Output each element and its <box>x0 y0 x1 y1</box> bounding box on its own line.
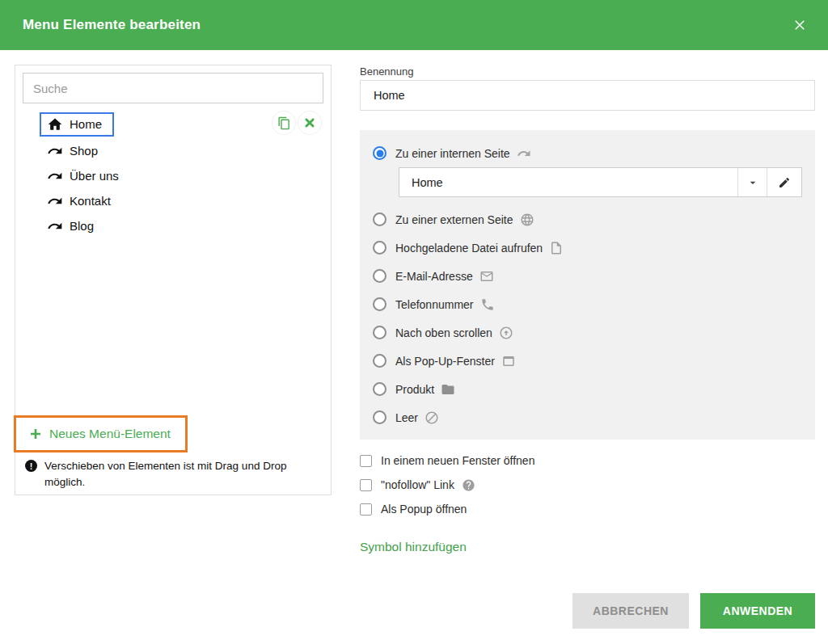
link-type-options: Zu einer internen Seite Home Zu einer ex… <box>360 130 815 440</box>
radio[interactable] <box>373 241 387 255</box>
element-settings: Benennung Zu einer internen Seite Home <box>360 0 815 644</box>
menu-item-ueber-uns[interactable]: Über uns <box>15 163 331 188</box>
option-label: Hochgeladene Datei aufrufen <box>395 242 543 255</box>
menu-item-blog[interactable]: Blog <box>15 213 331 238</box>
phone-icon <box>480 297 495 312</box>
menu-item-label: Über uns <box>70 169 119 183</box>
edit-pencil-icon[interactable] <box>767 168 801 196</box>
name-field-label: Benennung <box>360 65 414 78</box>
radio[interactable] <box>373 213 387 226</box>
menu-item-label: Blog <box>70 219 94 233</box>
menu-item-label: Shop <box>70 144 98 158</box>
name-input[interactable] <box>360 80 815 111</box>
menu-item-label: Kontakt <box>70 194 111 208</box>
option-popup-window[interactable]: Als Pop-Up-Fenster <box>373 347 802 375</box>
info-icon: ! <box>25 460 37 472</box>
radio[interactable] <box>373 382 387 396</box>
menu-item-list: Home Shop <box>15 111 331 238</box>
envelope-icon <box>479 269 494 284</box>
dropdown-value: Home <box>399 168 737 196</box>
checkbox-new-window[interactable]: In einem neuen Fenster öffnen <box>360 451 542 470</box>
option-label: Zu einer externen Seite <box>395 213 513 226</box>
radio[interactable] <box>373 269 387 283</box>
option-label: Telefonnummer <box>395 298 474 311</box>
folder-icon <box>441 382 455 397</box>
file-icon <box>549 241 564 255</box>
checkbox-label: In einem neuen Fenster öffnen <box>381 454 534 467</box>
checkbox-label: Als Popup öffnen <box>381 503 467 516</box>
arrow-up-circle-icon <box>499 326 513 340</box>
radio[interactable] <box>373 410 387 424</box>
delete-icon[interactable] <box>298 112 321 134</box>
selected-menu-item-box[interactable]: Home <box>40 112 114 137</box>
option-external-page[interactable]: Zu einer externen Seite <box>373 205 802 234</box>
radio[interactable] <box>373 297 387 311</box>
checkbox[interactable] <box>360 455 372 467</box>
redo-arrow-icon <box>47 218 63 234</box>
option-label: Produkt <box>395 383 434 396</box>
option-uploaded-file[interactable]: Hochgeladene Datei aufrufen <box>373 234 802 262</box>
option-scroll-top[interactable]: Nach oben scrollen <box>373 318 802 347</box>
option-product[interactable]: Produkt <box>373 375 802 403</box>
option-label: Als Pop-Up-Fenster <box>395 355 495 368</box>
option-empty[interactable]: Leer <box>373 403 802 431</box>
menu-item-label: Home <box>70 117 102 131</box>
option-label: E-Mail-Adresse <box>395 270 473 283</box>
checkbox-open-popup[interactable]: Als Popup öffnen <box>360 499 474 519</box>
window-icon <box>501 354 516 368</box>
checkbox-label: "nofollow" Link <box>381 478 454 491</box>
option-label: Nach oben scrollen <box>395 326 492 339</box>
menu-item-home[interactable]: Home <box>15 111 331 137</box>
new-menu-element-label: Neues Menü-Element <box>49 427 171 441</box>
home-icon <box>47 116 63 133</box>
radio-selected[interactable] <box>373 146 387 160</box>
redo-arrow-icon <box>47 143 63 159</box>
modal-edit-menu-elements: Menu Elemente bearbeiten Home <box>0 0 828 644</box>
menu-item-kontakt[interactable]: Kontakt <box>15 188 331 213</box>
checkbox[interactable] <box>360 479 372 491</box>
drag-drop-hint: ! Verschieben von Elementen ist mit Drag… <box>25 458 323 491</box>
slash-circle-icon <box>425 410 439 425</box>
checkbox-nofollow[interactable]: "nofollow" Link <box>360 475 475 495</box>
add-symbol-link[interactable]: Symbol hinzufügen <box>360 540 467 554</box>
hint-text: Verschieben von Elementen ist mit Drag u… <box>44 458 323 491</box>
option-internal-page[interactable]: Zu einer internen Seite <box>373 142 802 164</box>
modal-title: Menu Elemente bearbeiten <box>0 17 201 33</box>
redo-arrow-icon <box>47 193 63 209</box>
redo-arrow-icon <box>47 168 63 184</box>
help-icon[interactable] <box>462 478 475 492</box>
new-menu-element-button[interactable]: Neues Menü-Element <box>14 415 188 452</box>
menu-item-shop[interactable]: Shop <box>15 138 331 163</box>
redo-arrow-icon <box>517 146 531 161</box>
menu-item-actions <box>272 112 321 134</box>
option-label: Zu einer internen Seite <box>395 147 510 160</box>
option-phone[interactable]: Telefonnummer <box>373 290 802 318</box>
option-email[interactable]: E-Mail-Adresse <box>373 262 802 290</box>
radio[interactable] <box>373 326 387 339</box>
search-input[interactable] <box>23 73 323 103</box>
chevron-down-icon[interactable] <box>737 168 767 196</box>
globe-icon <box>520 213 534 227</box>
checkbox[interactable] <box>360 503 372 516</box>
duplicate-icon[interactable] <box>272 112 295 134</box>
plus-icon <box>29 427 42 440</box>
internal-page-dropdown[interactable]: Home <box>399 167 802 197</box>
option-label: Leer <box>395 411 418 424</box>
radio[interactable] <box>373 354 387 368</box>
apply-button[interactable]: ANWENDEN <box>700 593 815 629</box>
menu-items-panel: Home Shop <box>15 65 332 495</box>
cancel-button[interactable]: ABBRECHEN <box>572 593 689 629</box>
